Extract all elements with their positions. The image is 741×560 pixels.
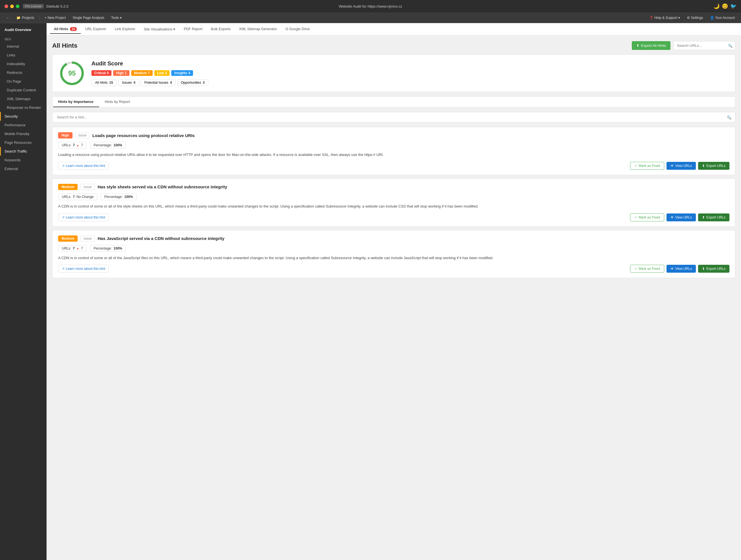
tab-link-explorer[interactable]: Link Explorer: [111, 25, 139, 34]
tab-all-hints-badge: 15: [70, 27, 77, 31]
sidebar-item-xml-sitemaps[interactable]: XML Sitemaps: [0, 94, 47, 103]
hint-1-learn-more[interactable]: ↗ Learn more about this hint: [58, 162, 109, 170]
badge-insights[interactable]: Insights 4: [171, 70, 193, 76]
eye-icon: 👁: [670, 216, 674, 219]
hint-1-export-urls-button[interactable]: ⬆ Export URLs: [698, 162, 729, 170]
hint-search-input[interactable]: [52, 112, 735, 123]
badge-critical[interactable]: Critical 0: [91, 70, 112, 76]
hint-1-view-urls-button[interactable]: 👁 View URLs: [667, 162, 696, 170]
hint-3-percentage: Percentage: 100%: [90, 245, 126, 252]
score-number: 95: [68, 69, 76, 77]
hint-1-type: Issue: [75, 132, 90, 139]
hint-3-export-urls-button[interactable]: ⬆ Export URLs: [698, 265, 729, 273]
moon-icon[interactable]: 🌙: [713, 3, 720, 9]
badge-medium[interactable]: Medium 7: [131, 70, 153, 76]
help-button[interactable]: ❓ Help & Support ▾: [647, 15, 683, 21]
projects-button[interactable]: 📁 Projects: [13, 15, 37, 21]
sidebar-item-indexability[interactable]: Indexability: [0, 60, 47, 68]
hint-3-mark-fixed-button[interactable]: ✓ Mark as Fixed: [630, 265, 664, 273]
hint-3-severity: Medium: [58, 235, 78, 242]
sidebar-item-mobile-friendly[interactable]: Mobile Friendly: [0, 130, 47, 138]
tab-google-drive[interactable]: G Google Drive: [282, 25, 314, 34]
hint-3-action-buttons: ✓ Mark as Fixed 👁 View URLs ⬆ Export URL…: [630, 265, 729, 273]
hint-tab-by-importance[interactable]: Hints by Importance: [53, 97, 99, 107]
hint-2-actions: ↗ Learn more about this hint ✓ Mark as F…: [58, 214, 729, 221]
content-area: All Hints 15 URL Explorer Link Explorer …: [47, 23, 741, 560]
tab-all-hints[interactable]: All Hints 15: [50, 25, 81, 34]
account-button[interactable]: 👤 Your Account: [707, 15, 738, 21]
emoji-icon[interactable]: 😊: [722, 3, 728, 9]
sidebar-item-page-resources[interactable]: Page Resources: [0, 138, 47, 147]
new-project-button[interactable]: + New Project: [42, 15, 69, 21]
export-icon: ⬆: [702, 267, 705, 271]
severity-badges: Critical 0 High 1 Medium 7: [91, 70, 728, 76]
badge-high[interactable]: High 1: [113, 70, 129, 76]
arrow-up-icon: ▲: [76, 247, 79, 250]
checkmark-icon: ✓: [634, 164, 637, 168]
tab-xml-sitemap-label: XML Sitemap Generator: [239, 27, 277, 31]
header-right: ⬆ Export All Hints 🔍: [632, 41, 735, 50]
sidebar-item-external[interactable]: External: [0, 164, 47, 173]
filter-all-hints[interactable]: All Hints 15: [91, 79, 117, 86]
eye-icon: 👁: [670, 164, 674, 168]
tab-xml-sitemap[interactable]: XML Sitemap Generator: [235, 25, 281, 34]
tab-pdf-report[interactable]: PDF Report: [180, 25, 206, 34]
hint-1-meta: URLs: 7 ▲ 7 Percentage: 100%: [58, 142, 729, 149]
hint-2-view-urls-button[interactable]: 👁 View URLs: [667, 214, 696, 221]
export-icon: ⬆: [702, 164, 705, 168]
single-page-button[interactable]: Single Page Analysis: [70, 15, 107, 21]
sidebar-item-audit-overview[interactable]: Audit Overview: [0, 25, 47, 34]
license-badge: Pro License: [23, 4, 44, 8]
titlebar-right: 🌙 😊 🐦: [713, 3, 737, 9]
hint-tab-by-report[interactable]: Hints by Report: [99, 97, 136, 107]
sidebar-item-internal[interactable]: Internal: [0, 42, 47, 51]
hint-card-2: Medium Issue Has style sheets served via…: [52, 178, 735, 227]
sidebar-item-keywords[interactable]: Keywords: [0, 156, 47, 164]
tab-url-explorer-label: URL Explorer: [85, 27, 107, 31]
hint-2-export-urls-button[interactable]: ⬆ Export URLs: [698, 214, 729, 221]
main-content: All Hints ⬆ Export All Hints 🔍: [47, 35, 741, 560]
arrow-up-icon: ▲: [76, 144, 79, 147]
tab-site-vis[interactable]: Site Visualisations ▾: [140, 25, 179, 34]
tab-url-explorer[interactable]: URL Explorer: [81, 25, 110, 34]
hint-card-2-header: Medium Issue Has style sheets served via…: [58, 184, 729, 190]
sidebar-item-on-page[interactable]: On Page: [0, 77, 47, 86]
window-title: Website Audit for https://www.njivice.cz: [339, 4, 402, 8]
filter-opportunities[interactable]: Opportunities 3: [177, 79, 208, 86]
close-button[interactable]: [4, 4, 8, 8]
window-controls: [4, 4, 19, 8]
sidebar-item-performance[interactable]: Performance: [0, 121, 47, 130]
sidebar-item-security[interactable]: Security: [0, 112, 47, 121]
hint-3-view-urls-button[interactable]: 👁 View URLs: [667, 265, 696, 273]
hint-3-learn-more[interactable]: ↗ Learn more about this hint: [58, 265, 109, 273]
twitter-icon[interactable]: 🐦: [730, 3, 737, 9]
back-button[interactable]: ←: [3, 15, 12, 21]
export-all-hints-button[interactable]: ⬆ Export All Hints: [632, 41, 670, 50]
minimize-button[interactable]: [10, 4, 14, 8]
hint-2-learn-more[interactable]: ↗ Learn more about this hint: [58, 214, 109, 221]
maximize-button[interactable]: [16, 4, 19, 8]
hint-search-wrapper: 🔍: [52, 112, 735, 123]
sidebar-item-links[interactable]: Links: [0, 51, 47, 60]
sidebar-item-response-render[interactable]: Response vs Render: [0, 103, 47, 112]
filter-issues[interactable]: Issues 4: [118, 79, 139, 86]
hint-1-mark-fixed-button[interactable]: ✓ Mark as Fixed: [630, 162, 664, 170]
tools-button[interactable]: Tools ▾: [108, 15, 124, 21]
settings-button[interactable]: ⚙ Settings: [684, 15, 706, 21]
tab-bulk-exports-label: Bulk Exports: [211, 27, 230, 31]
search-urls-input[interactable]: [673, 41, 735, 50]
sidebar-item-redirects[interactable]: Redirects: [0, 68, 47, 77]
filter-potential-issues[interactable]: Potential Issues 4: [141, 79, 176, 86]
audit-info: Audit Score Critical 0 High 1 Me: [91, 60, 728, 86]
checkmark-icon: ✓: [634, 267, 637, 271]
hint-card-1-header: High Issue Loads page resources using pr…: [58, 132, 729, 139]
hint-2-mark-fixed-button[interactable]: ✓ Mark as Fixed: [630, 214, 664, 221]
filter-buttons: All Hints 15 Issues 4 Potential Issues 4: [91, 79, 728, 86]
badge-low[interactable]: Low 3: [154, 70, 170, 76]
external-link-icon: ↗: [62, 216, 65, 219]
sidebar-item-duplicate-content[interactable]: Duplicate Content: [0, 86, 47, 94]
hint-card-3-header: Medium Issue Has JavaScript served via a…: [58, 235, 729, 242]
sidebar-item-search-traffic[interactable]: Search Traffic: [0, 147, 47, 156]
tab-bulk-exports[interactable]: Bulk Exports: [207, 25, 234, 34]
folder-icon: 📁: [16, 16, 20, 20]
